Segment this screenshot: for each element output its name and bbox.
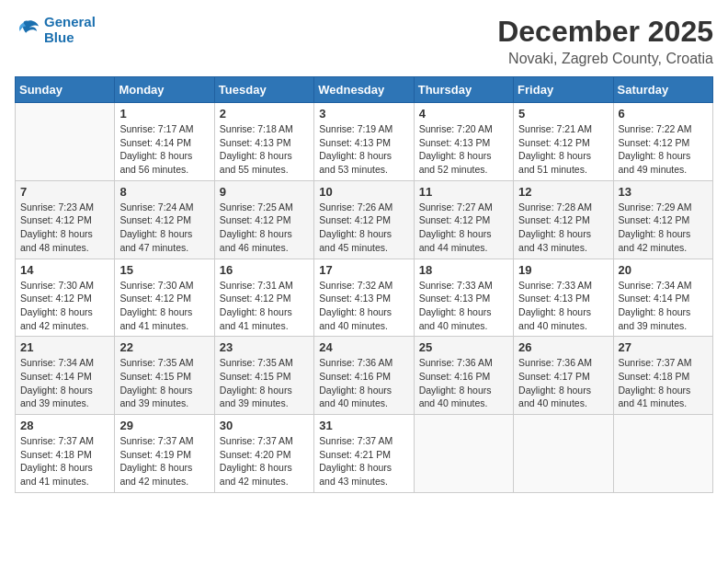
sunset-text: Sunset: 4:12 PM bbox=[518, 137, 590, 148]
day-cell: 4 Sunrise: 7:20 AM Sunset: 4:13 PM Dayli… bbox=[414, 103, 513, 181]
day-info: Sunrise: 7:26 AM Sunset: 4:12 PM Dayligh… bbox=[319, 201, 408, 255]
day-number: 1 bbox=[119, 107, 209, 121]
day-info: Sunrise: 7:30 AM Sunset: 4:12 PM Dayligh… bbox=[20, 279, 109, 333]
sunrise-text: Sunrise: 7:37 AM bbox=[220, 435, 293, 446]
daylight-text: Daylight: 8 hours bbox=[119, 306, 192, 317]
daylight-text-continued: and 51 minutes. bbox=[518, 164, 587, 175]
day-number: 16 bbox=[220, 263, 309, 277]
day-info: Sunrise: 7:28 AM Sunset: 4:12 PM Dayligh… bbox=[518, 201, 608, 255]
weekday-header-wednesday: Wednesday bbox=[314, 77, 414, 103]
day-cell bbox=[613, 415, 712, 493]
day-number: 29 bbox=[119, 419, 209, 432]
day-info: Sunrise: 7:36 AM Sunset: 4:16 PM Dayligh… bbox=[319, 356, 408, 410]
daylight-text-continued: and 39 minutes. bbox=[20, 397, 89, 408]
daylight-text: Daylight: 8 hours bbox=[220, 462, 292, 473]
day-number: 15 bbox=[119, 263, 209, 277]
daylight-text: Daylight: 8 hours bbox=[518, 150, 591, 161]
day-cell bbox=[414, 415, 513, 493]
day-number: 19 bbox=[518, 263, 608, 277]
day-number: 24 bbox=[319, 340, 408, 354]
day-cell: 27 Sunrise: 7:37 AM Sunset: 4:18 PM Dayl… bbox=[613, 337, 712, 415]
day-info: Sunrise: 7:33 AM Sunset: 4:13 PM Dayligh… bbox=[419, 279, 508, 333]
day-cell: 19 Sunrise: 7:33 AM Sunset: 4:13 PM Dayl… bbox=[514, 259, 613, 337]
sunset-text: Sunset: 4:13 PM bbox=[220, 137, 291, 148]
daylight-text-continued: and 52 minutes. bbox=[419, 164, 488, 175]
daylight-text: Daylight: 8 hours bbox=[619, 228, 691, 239]
sunset-text: Sunset: 4:17 PM bbox=[518, 371, 590, 382]
daylight-text-continued: and 43 minutes. bbox=[518, 242, 587, 253]
sunrise-text: Sunrise: 7:24 AM bbox=[119, 201, 193, 213]
day-number: 17 bbox=[319, 263, 408, 277]
day-number: 9 bbox=[220, 185, 309, 199]
day-number: 7 bbox=[20, 185, 109, 199]
day-info: Sunrise: 7:21 AM Sunset: 4:12 PM Dayligh… bbox=[518, 122, 608, 177]
sunrise-text: Sunrise: 7:30 AM bbox=[20, 280, 94, 291]
day-number: 5 bbox=[518, 107, 608, 121]
day-number: 30 bbox=[220, 419, 309, 432]
daylight-text: Daylight: 8 hours bbox=[119, 385, 192, 396]
daylight-text-continued: and 48 minutes. bbox=[20, 242, 89, 253]
daylight-text: Daylight: 8 hours bbox=[319, 306, 392, 317]
daylight-text-continued: and 40 minutes. bbox=[419, 320, 488, 331]
weekday-header-friday: Friday bbox=[514, 77, 613, 103]
location-subtitle: Novaki, Zagreb County, Croatia bbox=[497, 51, 713, 67]
day-info: Sunrise: 7:37 AM Sunset: 4:20 PM Dayligh… bbox=[220, 434, 309, 488]
day-cell: 21 Sunrise: 7:34 AM Sunset: 4:14 PM Dayl… bbox=[16, 337, 115, 415]
day-cell: 29 Sunrise: 7:37 AM Sunset: 4:19 PM Dayl… bbox=[115, 415, 214, 493]
daylight-text-continued: and 41 minutes. bbox=[220, 320, 289, 331]
day-cell bbox=[16, 103, 115, 181]
day-info: Sunrise: 7:30 AM Sunset: 4:12 PM Dayligh… bbox=[119, 279, 209, 333]
day-cell: 12 Sunrise: 7:28 AM Sunset: 4:12 PM Dayl… bbox=[514, 180, 613, 259]
sunset-text: Sunset: 4:13 PM bbox=[419, 137, 491, 148]
daylight-text-continued: and 43 minutes. bbox=[319, 476, 388, 487]
day-cell: 18 Sunrise: 7:33 AM Sunset: 4:13 PM Dayl… bbox=[414, 259, 513, 337]
sunrise-text: Sunrise: 7:37 AM bbox=[119, 435, 193, 446]
daylight-text-continued: and 39 minutes. bbox=[119, 397, 188, 408]
sunset-text: Sunset: 4:12 PM bbox=[419, 214, 491, 225]
day-info: Sunrise: 7:18 AM Sunset: 4:13 PM Dayligh… bbox=[220, 122, 309, 177]
sunset-text: Sunset: 4:21 PM bbox=[319, 449, 391, 460]
day-cell: 26 Sunrise: 7:36 AM Sunset: 4:17 PM Dayl… bbox=[514, 337, 613, 415]
sunset-text: Sunset: 4:13 PM bbox=[319, 293, 391, 304]
day-info: Sunrise: 7:37 AM Sunset: 4:21 PM Dayligh… bbox=[319, 434, 408, 488]
day-number: 8 bbox=[119, 185, 209, 199]
daylight-text-continued: and 41 minutes. bbox=[619, 397, 688, 408]
sunset-text: Sunset: 4:18 PM bbox=[619, 371, 690, 382]
sunrise-text: Sunrise: 7:36 AM bbox=[518, 357, 592, 368]
day-cell: 17 Sunrise: 7:32 AM Sunset: 4:13 PM Dayl… bbox=[314, 259, 414, 337]
sunset-text: Sunset: 4:14 PM bbox=[619, 293, 690, 304]
daylight-text-continued: and 47 minutes. bbox=[119, 242, 188, 253]
daylight-text: Daylight: 8 hours bbox=[619, 306, 691, 317]
daylight-text-continued: and 39 minutes. bbox=[619, 320, 688, 331]
day-number: 4 bbox=[419, 107, 508, 121]
day-info: Sunrise: 7:27 AM Sunset: 4:12 PM Dayligh… bbox=[419, 201, 508, 255]
day-number: 3 bbox=[319, 107, 408, 121]
day-cell: 25 Sunrise: 7:36 AM Sunset: 4:16 PM Dayl… bbox=[414, 337, 513, 415]
sunset-text: Sunset: 4:12 PM bbox=[518, 214, 590, 225]
weekday-header-saturday: Saturday bbox=[613, 77, 712, 103]
sunrise-text: Sunrise: 7:18 AM bbox=[220, 123, 293, 134]
week-row-1: 1 Sunrise: 7:17 AM Sunset: 4:14 PM Dayli… bbox=[16, 103, 713, 181]
daylight-text: Daylight: 8 hours bbox=[220, 150, 292, 161]
daylight-text-continued: and 41 minutes. bbox=[119, 320, 188, 331]
day-info: Sunrise: 7:24 AM Sunset: 4:12 PM Dayligh… bbox=[119, 201, 209, 255]
weekday-header-sunday: Sunday bbox=[16, 77, 115, 103]
sunrise-text: Sunrise: 7:27 AM bbox=[419, 201, 493, 213]
day-number: 11 bbox=[419, 185, 508, 199]
sunrise-text: Sunrise: 7:28 AM bbox=[518, 201, 592, 213]
daylight-text: Daylight: 8 hours bbox=[119, 228, 192, 239]
daylight-text-continued: and 40 minutes. bbox=[319, 397, 388, 408]
daylight-text-continued: and 42 minutes. bbox=[20, 320, 89, 331]
sunrise-text: Sunrise: 7:32 AM bbox=[319, 280, 392, 291]
day-number: 28 bbox=[20, 419, 109, 432]
day-info: Sunrise: 7:32 AM Sunset: 4:13 PM Dayligh… bbox=[319, 279, 408, 333]
day-cell: 13 Sunrise: 7:29 AM Sunset: 4:12 PM Dayl… bbox=[613, 180, 712, 259]
day-number: 26 bbox=[518, 340, 608, 354]
day-cell: 2 Sunrise: 7:18 AM Sunset: 4:13 PM Dayli… bbox=[214, 103, 313, 181]
title-section: December 2025 Novaki, Zagreb County, Cro… bbox=[497, 15, 713, 67]
day-number: 21 bbox=[20, 340, 109, 354]
week-row-3: 14 Sunrise: 7:30 AM Sunset: 4:12 PM Dayl… bbox=[16, 259, 713, 337]
daylight-text-continued: and 42 minutes. bbox=[119, 476, 188, 487]
sunset-text: Sunset: 4:12 PM bbox=[20, 214, 92, 225]
day-number: 22 bbox=[119, 340, 209, 354]
